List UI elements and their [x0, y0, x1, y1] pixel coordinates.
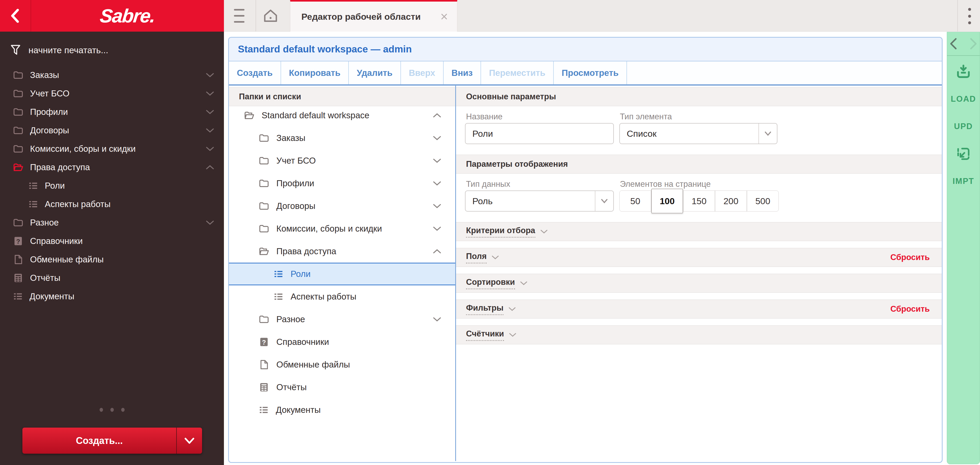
sidebar-item-uchet-bso[interactable]: Учет БСО — [0, 84, 224, 103]
type-field-label: Тип элемента — [620, 112, 672, 121]
tree-item-dogovory[interactable]: Договоры — [229, 195, 455, 217]
load-button[interactable]: LOAD — [947, 85, 980, 113]
main-params-header: Основные параметры — [456, 87, 942, 106]
sidebar-item-zakazy[interactable]: Заказы — [0, 66, 224, 84]
hamburger-menu-icon[interactable] — [234, 9, 245, 23]
folder-open-icon — [244, 110, 255, 121]
sidebar-item-obmennye-fayly[interactable]: Обменные файлы — [0, 250, 224, 269]
chevron-up-icon[interactable] — [433, 113, 442, 118]
upd-button[interactable]: UPD — [947, 113, 980, 140]
reset-filters-link[interactable]: Сбросить — [891, 304, 930, 314]
collapse-sidebar-button[interactable] — [0, 0, 31, 32]
chevron-down-icon[interactable] — [433, 226, 442, 232]
nav-back-icon[interactable] — [948, 37, 959, 50]
name-input[interactable] — [465, 123, 614, 144]
page-size-50-button[interactable]: 50 — [619, 191, 651, 212]
folder-icon — [258, 178, 269, 189]
section-counters[interactable]: Счётчики — [456, 325, 942, 344]
data-type-select[interactable]: Роль — [465, 191, 614, 212]
tree-item-komissii[interactable]: Комиссии, сборы и скидки — [229, 217, 455, 240]
close-icon[interactable] — [440, 13, 448, 21]
folder-icon — [13, 88, 24, 99]
sidebar-item-prava-dostupa[interactable]: Права доступа — [0, 158, 224, 177]
folder-open-icon — [258, 246, 269, 257]
sidebar-item-raznoe[interactable]: Разное — [0, 213, 224, 232]
topbar-divider — [256, 0, 256, 32]
workspace-editor-panel: Standard default workspace — admin Созда… — [228, 37, 943, 463]
tree-item-profili[interactable]: Профили — [229, 172, 455, 195]
page-size-500-button[interactable]: 500 — [747, 191, 779, 212]
export-button[interactable] — [947, 140, 980, 167]
list-icon — [28, 199, 38, 209]
sidebar-item-spravochniki[interactable]: ? Справочники — [0, 232, 224, 250]
chevron-down-icon — [205, 109, 215, 115]
tab-workspace-editor[interactable]: Редактор рабочей области — [290, 0, 457, 32]
section-filters[interactable]: Фильтры Сбросить — [456, 299, 942, 318]
section-fields[interactable]: Поля Сбросить — [456, 248, 942, 267]
chevron-down-icon — [508, 306, 516, 312]
sidebar-item-komissii[interactable]: Комиссии, сборы и скидки — [0, 140, 224, 158]
tree-item-roli-selected[interactable]: Роли — [229, 263, 455, 285]
sidebar-pager-dots[interactable] — [0, 408, 224, 412]
sidebar-item-aspekty-raboty[interactable]: Аспекты работы — [0, 195, 224, 213]
folder-icon — [13, 70, 24, 81]
download-tray-icon — [955, 64, 972, 80]
sidebar-item-profili[interactable]: Профили — [0, 103, 224, 121]
reset-fields-link[interactable]: Сбросить — [891, 253, 930, 262]
download-button[interactable] — [947, 58, 980, 85]
sidebar-menu: Заказы Учет БСО Профили Договоры Комисси… — [0, 66, 224, 306]
list-icon — [273, 291, 284, 302]
sidebar-item-otchyoty[interactable]: Отчёты — [0, 269, 224, 287]
tree-item-zakazy[interactable]: Заказы — [229, 127, 455, 150]
tree-item-uchet-bso[interactable]: Учет БСО — [229, 150, 455, 172]
chevron-down-icon[interactable] — [433, 203, 442, 209]
section-sortings[interactable]: Сортировки — [456, 274, 942, 293]
toolbar-create-button[interactable]: Создать — [229, 61, 281, 84]
tree-item-dokumenty[interactable]: Документы — [229, 399, 455, 421]
page-size-200-button[interactable]: 200 — [715, 191, 747, 212]
sidebar-item-dogovory[interactable]: Договоры — [0, 121, 224, 140]
chevron-down-icon — [205, 127, 215, 133]
tree-item-spravochniki[interactable]: ? Справочники — [229, 331, 455, 353]
page-size-150-button[interactable]: 150 — [683, 191, 715, 212]
page-size-100-button[interactable]: 100 — [651, 189, 683, 213]
toolbar-view-button[interactable]: Просмотреть — [554, 61, 627, 84]
element-type-select[interactable]: Список — [619, 123, 777, 144]
tree-item-workspace-root[interactable]: Standard default workspace — [229, 104, 455, 127]
tree-item-prava-dostupa[interactable]: Права доступа — [229, 240, 455, 263]
sidebar-item-roli[interactable]: Роли — [0, 177, 224, 195]
chevron-down-icon[interactable] — [433, 180, 442, 186]
folder-icon — [13, 107, 24, 118]
chevron-down-icon[interactable] — [595, 191, 613, 211]
chevron-down-icon[interactable] — [433, 135, 442, 141]
chevron-down-icon[interactable] — [433, 317, 442, 322]
page-size-label: Элементов на странице — [620, 179, 711, 189]
folders-tree-pane: Папки и списки Standard default workspac… — [229, 86, 456, 461]
toolbar-down-button[interactable]: Вниз — [444, 61, 481, 84]
kebab-menu-icon[interactable] — [965, 8, 974, 24]
chevron-down-icon[interactable] — [433, 158, 442, 164]
sidebar-search[interactable]: начните печатать... — [0, 40, 224, 61]
create-dropdown-part[interactable] — [177, 428, 202, 454]
tree-item-obmennye-fayly[interactable]: Обменные файлы — [229, 353, 455, 376]
tree-item-raznoe[interactable]: Разное — [229, 308, 455, 331]
filter-funnel-icon — [10, 44, 21, 56]
chevron-up-icon[interactable] — [433, 248, 442, 254]
file-icon — [258, 359, 269, 370]
impt-button[interactable]: IMPT — [947, 167, 980, 195]
tree-item-otchyoty[interactable]: Отчёты — [229, 376, 455, 399]
toolbar-delete-button[interactable]: Удалить — [349, 61, 401, 84]
create-button-label-part[interactable]: Создать... — [22, 428, 177, 454]
chevron-down-icon — [205, 91, 215, 96]
sidebar-item-dokumenty[interactable]: Документы — [0, 287, 224, 306]
tree-item-aspekty-raboty[interactable]: Аспекты работы — [229, 285, 455, 308]
workspace-title-bar: Standard default workspace — admin — [229, 38, 942, 61]
tree-pane-header: Папки и списки — [229, 87, 455, 106]
topbar-divider — [957, 0, 958, 32]
section-selection-criteria[interactable]: Критерии отбора — [456, 222, 942, 241]
home-button[interactable] — [262, 7, 279, 25]
create-button[interactable]: Создать... — [22, 428, 202, 454]
toolbar-copy-button[interactable]: Копировать — [281, 61, 349, 84]
chevron-down-icon[interactable] — [759, 124, 777, 143]
right-rail: LOAD UPD IMPT — [947, 32, 980, 464]
